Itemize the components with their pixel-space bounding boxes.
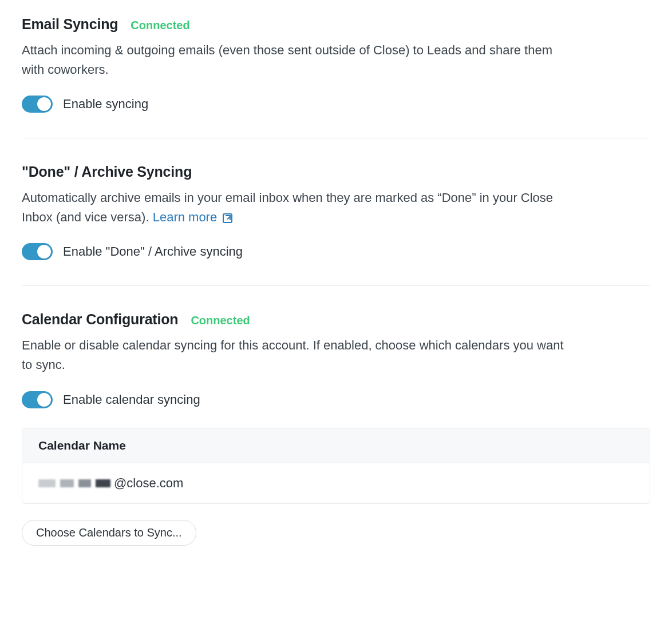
enable-calendar-syncing-toggle[interactable]	[22, 391, 53, 408]
enable-archive-syncing-toggle[interactable]	[22, 243, 53, 260]
section-head: Calendar Configuration Connected	[22, 311, 650, 328]
calendar-table-header: Calendar Name	[22, 428, 650, 463]
section-head: "Done" / Archive Syncing	[22, 164, 650, 180]
section-calendar-config: Calendar Configuration Connected Enable …	[22, 285, 650, 551]
calendar-email-suffix: @close.com	[114, 476, 183, 491]
archive-desc-text: Automatically archive emails in your ema…	[22, 190, 553, 224]
section-head: Email Syncing Connected	[22, 16, 650, 33]
calendar-row: @close.com	[22, 463, 650, 503]
redacted-name	[38, 479, 110, 487]
calendar-config-description: Enable or disable calendar syncing for t…	[22, 336, 571, 375]
enable-archive-syncing-label: Enable "Done" / Archive syncing	[63, 244, 243, 259]
email-syncing-description: Attach incoming & outgoing emails (even …	[22, 41, 571, 80]
enable-calendar-syncing-label: Enable calendar syncing	[63, 392, 200, 407]
archive-syncing-title: "Done" / Archive Syncing	[22, 164, 192, 180]
section-archive-syncing: "Done" / Archive Syncing Automatically a…	[22, 138, 650, 285]
toggle-row: Enable "Done" / Archive syncing	[22, 243, 650, 260]
enable-syncing-toggle[interactable]	[22, 96, 53, 113]
email-syncing-title: Email Syncing	[22, 16, 118, 33]
choose-calendars-button[interactable]: Choose Calendars to Sync...	[22, 520, 196, 546]
toggle-row: Enable calendar syncing	[22, 391, 650, 408]
toggle-row: Enable syncing	[22, 96, 650, 113]
section-email-syncing: Email Syncing Connected Attach incoming …	[22, 16, 650, 138]
learn-more-link[interactable]: Learn more	[153, 208, 233, 227]
enable-syncing-label: Enable syncing	[63, 97, 148, 112]
external-link-icon	[223, 213, 232, 223]
status-badge-connected: Connected	[191, 314, 250, 327]
archive-syncing-description: Automatically archive emails in your ema…	[22, 188, 571, 227]
calendar-config-title: Calendar Configuration	[22, 311, 178, 328]
status-badge-connected: Connected	[131, 19, 189, 32]
learn-more-label: Learn more	[153, 208, 218, 227]
calendar-table: Calendar Name @close.com	[22, 428, 650, 504]
